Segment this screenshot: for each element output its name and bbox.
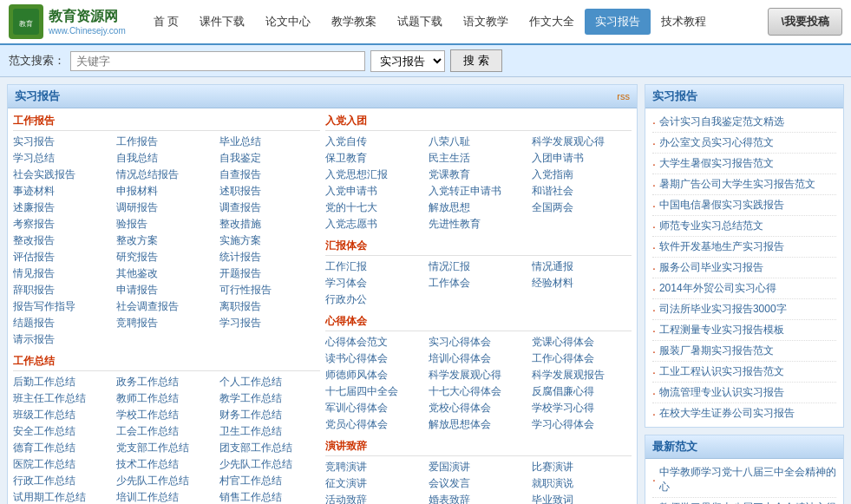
cat-link[interactable]: 征文演讲 — [325, 476, 425, 491]
cat-link[interactable]: 德育工作总结 — [13, 441, 113, 455]
cat-link[interactable]: 学习体会 — [325, 276, 425, 291]
cat-link[interactable]: 财务工作总结 — [219, 408, 319, 422]
cat-link[interactable]: 自我总结 — [116, 151, 216, 166]
cat-link[interactable]: 安全工作总结 — [13, 424, 113, 439]
cat-link[interactable]: 卫生工作总结 — [219, 424, 319, 439]
cat-link[interactable]: 师德师风体会 — [325, 368, 425, 383]
cat-link[interactable]: 十七届四中全会 — [325, 384, 425, 399]
search-select[interactable]: 实习报告 — [370, 50, 445, 72]
cat-link[interactable]: 入党思想汇报 — [325, 167, 425, 182]
cat-link[interactable]: 先进性教育 — [429, 217, 528, 232]
sidebar-link[interactable]: 服装厂暑期实习报告范文 — [659, 344, 774, 358]
cat-link[interactable]: 工作汇报 — [325, 259, 425, 274]
sidebar-link[interactable]: 暑期广告公司大学生实习报告范文 — [659, 177, 815, 192]
cat-link[interactable]: 学习报告 — [219, 316, 319, 331]
cat-link[interactable]: 申报材料 — [116, 184, 216, 199]
cat-link[interactable]: 心得体会范文 — [325, 335, 425, 350]
cat-link[interactable]: 整改方案 — [116, 233, 216, 248]
cat-link[interactable]: 培训工作总结 — [116, 490, 216, 504]
cat-link[interactable]: 工作报告 — [116, 134, 216, 149]
cat-link[interactable]: 入党志愿书 — [325, 217, 425, 232]
cat-link[interactable]: 十七大心得体会 — [429, 384, 528, 399]
cat-link[interactable]: 党课心得体会 — [532, 335, 632, 350]
cat-link[interactable]: 整改报告 — [13, 233, 113, 248]
cat-link[interactable]: 班级工作总结 — [13, 408, 113, 422]
cat-link[interactable]: 申请报告 — [116, 283, 216, 298]
cat-link[interactable]: 社会实践报告 — [13, 167, 113, 182]
cat-link[interactable]: 婚表致辞 — [429, 493, 528, 504]
cat-link[interactable]: 请示报告 — [13, 332, 113, 347]
cat-link[interactable]: 学校工作总结 — [116, 408, 216, 422]
sidebar-link[interactable]: 服务公司毕业实习报告 — [659, 260, 763, 275]
cat-link[interactable]: 情况总结报告 — [116, 167, 216, 182]
cat-link[interactable]: 村官工作总结 — [219, 474, 319, 488]
search-input[interactable] — [70, 51, 365, 71]
cat-link[interactable]: 试用期工作总结 — [13, 490, 113, 504]
nav-item[interactable]: 论文中心 — [255, 9, 321, 35]
cat-link[interactable]: 就职演说 — [532, 476, 632, 491]
cat-link[interactable]: 学习心得体会 — [532, 417, 632, 432]
cat-link[interactable]: 销售工作总结 — [219, 490, 319, 504]
sidebar-link[interactable]: 工程测量专业实习报告模板 — [659, 323, 784, 337]
cat-link[interactable]: 科学发展观报告 — [532, 368, 632, 383]
cat-link[interactable]: 反腐倡廉心得 — [532, 384, 632, 399]
cat-link[interactable]: 入党转正申请书 — [429, 184, 528, 199]
cat-link[interactable]: 入党自传 — [325, 134, 425, 149]
cat-link[interactable]: 会议发言 — [429, 476, 528, 491]
cat-link[interactable]: 实施方案 — [219, 233, 319, 248]
cat-link[interactable]: 报告写作指导 — [13, 299, 113, 314]
nav-item[interactable]: 作文大全 — [519, 9, 585, 35]
cat-link[interactable]: 其他鉴改 — [116, 266, 216, 281]
cat-link[interactable]: 全国两会 — [532, 200, 632, 215]
cat-link[interactable]: 述廉报告 — [13, 200, 113, 215]
sidebar-link[interactable]: 大学生暑假实习报告范文 — [659, 156, 774, 171]
search-button[interactable]: 搜 索 — [450, 49, 502, 72]
cat-link[interactable]: 毕业总结 — [219, 134, 319, 149]
cat-link[interactable]: 读书心得体会 — [325, 351, 425, 366]
cat-link[interactable]: 整改措施 — [219, 217, 319, 232]
sidebar-link[interactable]: 在校大学生证券公司实习报告 — [659, 406, 795, 421]
cat-link[interactable]: 学校学习心得 — [532, 401, 632, 416]
cat-link[interactable]: 入党申请书 — [325, 184, 425, 199]
nav-item[interactable]: 试题下载 — [387, 9, 453, 35]
cat-link[interactable]: 党员心得体会 — [325, 417, 425, 432]
cat-link[interactable]: 考察报告 — [13, 217, 113, 232]
cat-link[interactable]: 医院工作总结 — [13, 457, 113, 472]
cat-link[interactable]: 事迹材料 — [13, 184, 113, 199]
cat-link[interactable]: 民主生活 — [429, 151, 528, 166]
cat-link[interactable]: 调查报告 — [219, 200, 319, 215]
cat-link[interactable]: 开题报告 — [219, 266, 319, 281]
cat-link[interactable]: 调研报告 — [116, 200, 216, 215]
cat-link[interactable]: 工作体会 — [429, 276, 528, 291]
sidebar-link[interactable]: 工业工程认识实习报告范文 — [659, 364, 784, 379]
cat-link[interactable]: 技术工作总结 — [116, 457, 216, 472]
cat-link[interactable]: 统计报告 — [219, 250, 319, 265]
cat-link[interactable]: 团支部工作总结 — [219, 441, 319, 455]
sidebar-link[interactable]: 会计实习自我鉴定范文精选 — [659, 115, 784, 129]
sidebar-link[interactable]: 司法所毕业实习报告3000字 — [659, 302, 787, 317]
cat-link[interactable]: 保卫教育 — [325, 151, 425, 166]
cat-link[interactable]: 科学发展观心得 — [532, 134, 632, 149]
cat-link[interactable]: 少先队工作总结 — [219, 457, 319, 472]
cat-link[interactable]: 工作心得体会 — [532, 351, 632, 366]
cat-link[interactable]: 爱国演讲 — [429, 460, 528, 475]
cat-link[interactable]: 和谐社会 — [532, 184, 632, 199]
nav-item[interactable]: 语文教学 — [453, 9, 519, 35]
sidebar-link[interactable]: 办公室文员实习心得范文 — [659, 135, 774, 150]
cat-link[interactable]: 竞聘报告 — [116, 316, 216, 331]
sidebar-link[interactable]: 软件开发基地生产实习报告 — [659, 239, 784, 254]
cat-link[interactable]: 比赛演讲 — [532, 460, 632, 475]
cat-link[interactable]: 离职报告 — [219, 299, 319, 314]
cat-link[interactable]: 实习心得体会 — [429, 335, 528, 350]
cat-link[interactable]: 可行性报告 — [219, 283, 319, 298]
nav-item[interactable]: 首 页 — [143, 9, 190, 35]
cat-link[interactable]: 教师工作总结 — [116, 391, 216, 406]
cat-link[interactable]: 党支部工作总结 — [116, 441, 216, 455]
cat-link[interactable]: 验报告 — [116, 217, 216, 232]
cat-link[interactable]: 党校心得体会 — [429, 401, 528, 416]
cat-link[interactable]: 社会调查报告 — [116, 299, 216, 314]
submit-button[interactable]: \我要投稿 — [768, 8, 842, 36]
cat-link[interactable]: 学习总结 — [13, 151, 113, 166]
cat-link[interactable]: 党课教育 — [429, 167, 528, 182]
cat-link[interactable]: 情况通报 — [532, 259, 632, 274]
